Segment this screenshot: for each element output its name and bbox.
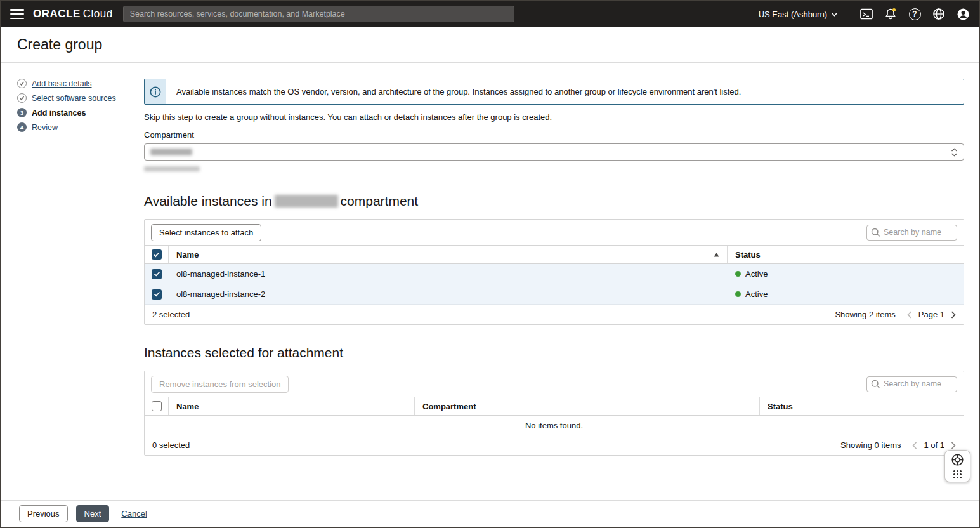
region-label: US East (Ashburn): [759, 10, 827, 19]
wizard-step-add-instances[interactable]: 3 Add instances: [17, 108, 144, 117]
compartment-select[interactable]: [144, 143, 964, 161]
available-table-header: Name Status: [145, 245, 964, 264]
table-row[interactable]: ol8-managed-instance-1 Active: [145, 264, 964, 284]
info-icon: [145, 79, 166, 104]
empty-state-text: No items found.: [145, 416, 964, 435]
pagination-next-icon[interactable]: [951, 442, 956, 449]
showing-count: Showing 0 items: [840, 440, 901, 450]
help-icon[interactable]: ?: [908, 7, 922, 21]
pagination-next-icon[interactable]: [951, 311, 956, 319]
application-window: ORACLECloud US East (Ashburn) ? Create g…: [0, 0, 980, 528]
selected-instances-heading: Instances selected for attachment: [144, 345, 964, 360]
heading-suffix: compartment: [341, 194, 419, 209]
cloud-shell-icon[interactable]: [859, 7, 873, 21]
showing-count: Showing 2 items: [835, 310, 895, 319]
main-content: Available instances match the OS vendor,…: [144, 79, 979, 500]
available-search: [866, 225, 957, 241]
info-banner-text: Available instances match the OS vendor,…: [166, 79, 751, 104]
selected-count: 2 selected: [152, 310, 190, 319]
pagination-prev-icon[interactable]: [907, 311, 912, 319]
status-active-icon: [735, 291, 741, 297]
search-icon: [871, 380, 880, 389]
column-header-compartment[interactable]: Compartment: [415, 397, 760, 415]
redacted-compartment-path: [144, 166, 200, 171]
global-search-input[interactable]: [123, 6, 514, 22]
skip-step-text: Skip this step to create a group without…: [144, 112, 964, 122]
brand-oracle: ORACLE: [33, 8, 81, 20]
status-badge: Active: [745, 289, 768, 299]
select-chevrons-icon: [951, 148, 958, 157]
status-badge: Active: [745, 269, 768, 279]
page-indicator: 1 of 1: [924, 440, 944, 450]
page-header: Create group: [1, 27, 979, 63]
step-number-icon: 4: [17, 122, 27, 132]
available-instances-panel: Select instances to attach Name: [144, 219, 964, 325]
chevron-down-icon: [831, 12, 838, 16]
step-label: Add instances: [32, 109, 86, 117]
selected-table-footer: 0 selected Showing 0 items 1 of 1: [145, 435, 964, 455]
heading-prefix: Available instances in: [144, 194, 272, 209]
hamburger-menu-icon[interactable]: [10, 9, 24, 19]
info-banner: Available instances match the OS vendor,…: [144, 79, 964, 105]
wizard-steps: Add basic details Select software source…: [1, 79, 144, 500]
column-header-status[interactable]: Status: [728, 246, 964, 263]
step-label[interactable]: Select software sources: [32, 94, 116, 103]
step-complete-icon: [17, 93, 27, 103]
brand-cloud: Cloud: [83, 8, 113, 20]
action-bar: Previous Next Cancel: [1, 500, 979, 527]
step-label[interactable]: Review: [32, 123, 58, 132]
redacted-compartment-name: [275, 195, 338, 208]
sort-ascending-icon: [714, 253, 719, 257]
step-label[interactable]: Add basic details: [32, 79, 92, 88]
page-title: Create group: [17, 36, 102, 53]
instance-name: ol8-managed-instance-2: [176, 289, 265, 299]
notifications-bell-icon[interactable]: [884, 7, 898, 21]
life-ring-icon: [951, 453, 964, 466]
selected-count: 0 selected: [152, 440, 190, 450]
column-header-name[interactable]: Name: [169, 397, 415, 415]
previous-button[interactable]: Previous: [19, 505, 68, 522]
region-selector[interactable]: US East (Ashburn): [759, 10, 838, 19]
selected-table-header: Name Compartment Status: [145, 397, 964, 416]
selected-search: [866, 376, 957, 392]
selected-instances-panel: Remove instances from selection Name Com…: [144, 371, 964, 456]
select-instances-to-attach-button[interactable]: Select instances to attach: [151, 224, 261, 241]
wizard-step-review[interactable]: 4 Review: [17, 122, 144, 132]
page-indicator: Page 1: [918, 310, 944, 319]
cancel-link[interactable]: Cancel: [121, 509, 147, 518]
wizard-step-select-software-sources[interactable]: Select software sources: [17, 93, 144, 103]
instance-name: ol8-managed-instance-1: [176, 269, 265, 279]
column-header-status[interactable]: Status: [760, 397, 964, 415]
search-icon: [871, 228, 880, 237]
topbar: ORACLECloud US East (Ashburn) ?: [1, 1, 979, 27]
language-globe-icon[interactable]: [932, 7, 946, 21]
apps-grid-icon: [953, 470, 962, 479]
pagination-prev-icon[interactable]: [912, 442, 917, 449]
next-button[interactable]: Next: [76, 505, 110, 522]
redacted-compartment-value: [150, 148, 192, 155]
available-table-footer: 2 selected Showing 2 items Page 1: [145, 305, 964, 324]
remove-instances-button[interactable]: Remove instances from selection: [151, 376, 289, 393]
available-instances-heading: Available instances in compartment: [144, 194, 964, 209]
compartment-label: Compartment: [144, 130, 964, 140]
select-all-checkbox[interactable]: [152, 249, 162, 260]
profile-avatar-icon[interactable]: [956, 7, 970, 21]
wizard-step-add-basic-details[interactable]: Add basic details: [17, 79, 144, 88]
support-assistant-button[interactable]: [944, 450, 970, 482]
row-checkbox[interactable]: [152, 269, 162, 279]
select-all-checkbox[interactable]: [152, 401, 162, 411]
step-complete-icon: [17, 79, 27, 88]
step-number-icon: 3: [17, 108, 27, 117]
status-active-icon: [735, 271, 741, 277]
row-checkbox[interactable]: [152, 289, 162, 300]
table-row[interactable]: ol8-managed-instance-2 Active: [145, 284, 964, 305]
oracle-cloud-logo[interactable]: ORACLECloud: [33, 8, 113, 20]
column-header-name[interactable]: Name: [169, 246, 728, 263]
